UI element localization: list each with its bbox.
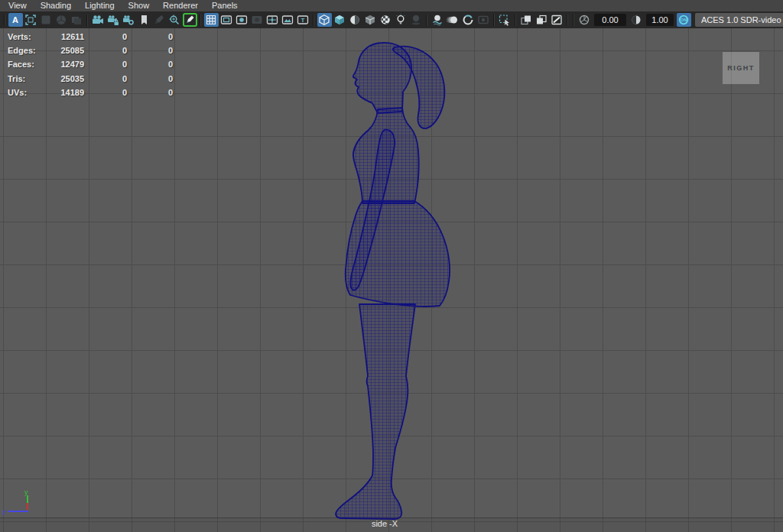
color-wheel-icon[interactable]: [54, 13, 69, 27]
wireframe-model[interactable]: [0, 28, 783, 532]
hud-value: 0: [127, 72, 173, 86]
grid-icon[interactable]: [204, 13, 219, 27]
toolbar-separator: [86, 15, 88, 26]
toolbar-separator: [515, 15, 516, 26]
select-camera-icon[interactable]: [91, 13, 106, 27]
orientation-label: RIGHT: [723, 52, 759, 84]
viewport[interactable]: Verts:1261100Edges:2508500Faces:1247900T…: [0, 28, 783, 532]
z-axis-label: z: [2, 508, 6, 516]
viewport-toolbar: AT 0.00 1.00 ON ACES 1.0 SDR-video (sRGB…: [0, 11, 783, 28]
view-transform-select[interactable]: ACES 1.0 SDR-video (sRGB): [695, 13, 783, 27]
menu-view[interactable]: View: [2, 0, 34, 11]
hud-value: 0: [127, 44, 173, 57]
hud-value: 0: [84, 44, 127, 57]
menu-panels[interactable]: Panels: [205, 0, 245, 11]
y-axis-label: y: [24, 489, 28, 496]
hud-value: 0: [84, 30, 127, 44]
motion-blur-icon[interactable]: [446, 13, 460, 27]
axis-gizmo: y z: [2, 489, 44, 527]
resolution-gate-icon[interactable]: [235, 13, 249, 27]
toolbar-icon-groups: AT: [2, 13, 570, 27]
safe-action-icon[interactable]: [281, 13, 295, 27]
toolbar-separator: [493, 15, 495, 26]
model-head: [353, 43, 411, 113]
wireframe-icon[interactable]: [317, 13, 332, 27]
hud-value: 12611: [44, 30, 84, 44]
anti-aliasing-icon[interactable]: [461, 13, 476, 27]
xray-joints-icon[interactable]: [534, 13, 549, 27]
menu-renderer[interactable]: Renderer: [156, 0, 205, 11]
wireframe-on-shaded-icon[interactable]: [363, 13, 378, 27]
textured-icon[interactable]: [379, 13, 393, 27]
exposure-field[interactable]: 0.00: [594, 14, 626, 26]
shadows-icon[interactable]: [409, 13, 424, 27]
toolbar-separator: [567, 15, 568, 26]
toolbar-separator: [4, 15, 5, 26]
svg-text:A: A: [12, 15, 18, 24]
hud-label: UVs:: [0, 86, 44, 99]
hud-value: 0: [84, 57, 127, 71]
gate-mask-icon[interactable]: [250, 13, 265, 27]
hud-label: Edges:: [0, 44, 44, 57]
camera-name-label[interactable]: side -X: [331, 519, 438, 528]
toolbar-separator: [200, 15, 201, 26]
hud-value: 0: [127, 86, 173, 99]
xray-selected-icon[interactable]: [550, 13, 564, 27]
color-managed-toggle-icon[interactable]: ON: [677, 13, 691, 27]
xray-icon[interactable]: [519, 13, 534, 27]
field-chart-icon[interactable]: [265, 13, 280, 27]
pan-zoom-icon[interactable]: [167, 13, 182, 27]
isolate-select-icon[interactable]: [498, 13, 512, 27]
poly-count-hud: Verts:1261100Edges:2508500Faces:1247900T…: [0, 30, 173, 99]
menu-shading[interactable]: Shading: [34, 0, 78, 11]
toolbar-separator: [426, 15, 427, 26]
hud-label: Faces:: [0, 57, 44, 71]
hud-value: 0: [127, 57, 173, 71]
film-gate-icon[interactable]: [219, 13, 234, 27]
lock-camera-icon[interactable]: [106, 13, 121, 27]
gamma-field[interactable]: 1.00: [646, 14, 674, 26]
hud-value: 0: [84, 72, 127, 86]
safe-title-icon[interactable]: T: [296, 13, 310, 27]
hud-value: 25085: [44, 44, 84, 57]
hud-value: 14189: [44, 86, 84, 99]
default-material-icon[interactable]: [348, 13, 362, 27]
menu-show[interactable]: Show: [122, 0, 157, 11]
viewport-menu-bar: ViewShadingLightingShowRendererPanels: [0, 0, 783, 11]
hud-label: Verts:: [0, 30, 44, 44]
toolbar-separator: [573, 15, 574, 26]
camera-attributes-icon[interactable]: [122, 13, 136, 27]
hud-value: 25035: [44, 72, 84, 86]
exposure-icon[interactable]: [577, 13, 592, 27]
svg-text:ON: ON: [681, 18, 687, 22]
image-plane-icon[interactable]: [70, 13, 84, 27]
menu-lighting[interactable]: Lighting: [78, 0, 122, 11]
annotate-icon[interactable]: [183, 13, 197, 27]
bookmarks-icon[interactable]: [137, 13, 151, 27]
toolbar-separator: [313, 15, 314, 26]
depth-of-field-icon[interactable]: [476, 13, 491, 27]
screen-space-ao-icon[interactable]: [430, 13, 445, 27]
frame-guides-icon[interactable]: [24, 13, 38, 27]
hud-value: 12479: [44, 57, 84, 71]
grease-pencil-icon[interactable]: [152, 13, 167, 27]
view-transform-value: ACES 1.0 SDR-video (sRGB): [701, 15, 783, 24]
shade-plate-icon[interactable]: [39, 13, 54, 27]
hud-label: Tris:: [0, 72, 44, 86]
hud-value: 0: [127, 30, 173, 44]
hud-value: 0: [84, 86, 127, 99]
lights-icon[interactable]: [394, 13, 408, 27]
svg-text:T: T: [301, 17, 305, 24]
gamma-icon[interactable]: [629, 13, 644, 27]
selection-a-icon[interactable]: A: [8, 13, 23, 27]
model-legs: [336, 304, 415, 519]
smooth-shade-icon[interactable]: [333, 13, 347, 27]
